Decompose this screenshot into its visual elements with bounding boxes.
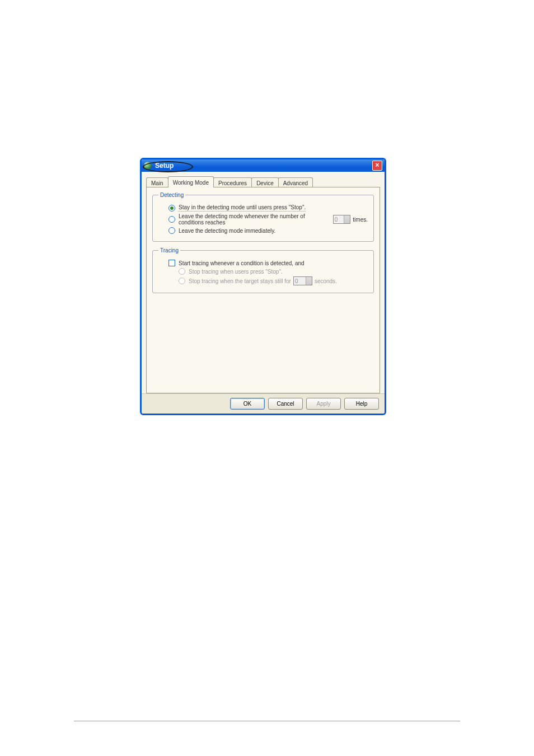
radio-stop-users-label: Stop tracing when users press "Stop". <box>189 269 283 275</box>
radio-stop-still <box>179 278 185 284</box>
seconds-spinner: 0 <box>293 276 312 285</box>
radio-stay-label: Stay in the detecting mode until users p… <box>179 204 306 212</box>
tabbar: Main Working Mode Procedures Device Adva… <box>146 175 380 187</box>
setup-dialog: Setup × Main Working Mode Procedures Dev… <box>140 158 386 415</box>
radio-row-stop-users: Stop tracing when users press "Stop". <box>158 268 368 275</box>
radio-stop-still-label: Stop tracing when the target stays still… <box>189 278 291 284</box>
radio-stop-users <box>179 268 185 275</box>
tab-procedures[interactable]: Procedures <box>213 177 252 187</box>
page-footer-rule <box>74 721 460 721</box>
radio-stay[interactable] <box>168 205 175 212</box>
dialog-body: Main Working Mode Procedures Device Adva… <box>142 172 385 393</box>
radio-leave-count[interactable] <box>168 216 175 223</box>
radio-leave-count-label: Leave the detecting mode whenever the nu… <box>179 213 331 226</box>
detecting-legend: Detecting <box>158 192 185 198</box>
titlebar: Setup × <box>142 159 385 172</box>
radio-row-leave-count[interactable]: Leave the detecting mode whenever the nu… <box>158 213 368 226</box>
checkbox-start-tracing[interactable] <box>168 260 175 266</box>
radio-leave-immediately[interactable] <box>168 227 175 234</box>
page: Setup × Main Working Mode Procedures Dev… <box>0 0 534 756</box>
radio-leave-count-suffix: times. <box>353 217 368 223</box>
help-button[interactable]: Help <box>344 398 379 410</box>
radio-row-stop-still: Stop tracing when the target stays still… <box>158 276 368 285</box>
checkbox-row-start-tracing[interactable]: Start tracing whenever a condition is de… <box>158 260 368 266</box>
checkbox-start-tracing-label: Start tracing whenever a condition is de… <box>179 260 305 266</box>
tab-content: Detecting Stay in the detecting mode unt… <box>146 187 380 393</box>
tab-device[interactable]: Device <box>251 177 279 187</box>
app-icon <box>144 162 152 170</box>
ok-button[interactable]: OK <box>230 398 265 410</box>
tab-working-mode[interactable]: Working Mode <box>168 176 214 187</box>
tracing-group: Tracing Start tracing whenever a conditi… <box>152 247 374 293</box>
apply-button: Apply <box>306 398 341 410</box>
times-spinner[interactable]: 0 <box>333 215 351 224</box>
radio-leave-immediately-label: Leave the detecting mode immediately. <box>179 228 275 234</box>
radio-stop-still-suffix: seconds. <box>315 278 337 284</box>
tracing-legend: Tracing <box>158 247 180 253</box>
radio-row-leave-immediately[interactable]: Leave the detecting mode immediately. <box>158 227 368 234</box>
button-bar: OK Cancel Apply Help <box>142 393 385 414</box>
detecting-group: Detecting Stay in the detecting mode unt… <box>152 192 374 242</box>
tab-advanced[interactable]: Advanced <box>278 177 313 187</box>
window-title: Setup <box>155 162 372 170</box>
radio-row-stay[interactable]: Stay in the detecting mode until users p… <box>158 204 368 212</box>
close-icon[interactable]: × <box>372 161 382 171</box>
cancel-button[interactable]: Cancel <box>268 398 303 410</box>
tab-main[interactable]: Main <box>146 177 168 187</box>
